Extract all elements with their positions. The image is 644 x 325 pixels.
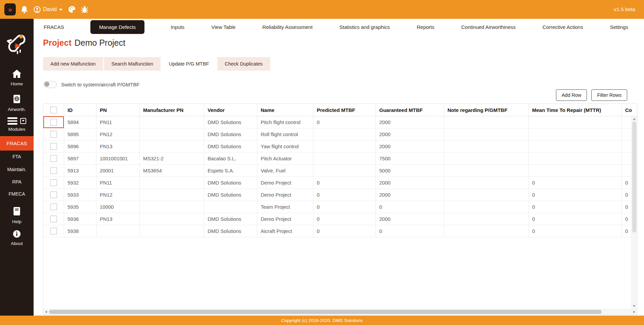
cell-guaranteed-mtbf[interactable]: 0 xyxy=(376,201,444,213)
sidebar-item-fracas-active[interactable]: FRACAS xyxy=(0,136,34,151)
cell-predicted-mtbf[interactable]: 0 xyxy=(313,201,376,213)
vertical-scrollbar-thumb[interactable] xyxy=(632,122,636,233)
cell-mttr[interactable]: 0 xyxy=(529,201,622,213)
cell-note-pgmtbf[interactable] xyxy=(444,116,529,128)
cell-id[interactable]: 5933 xyxy=(64,189,96,201)
cell-manufacturer-pn[interactable]: MS321-2 xyxy=(140,153,204,164)
cell-mttr[interactable]: 0 xyxy=(529,225,622,237)
nav-tab-reliability-assessment[interactable]: Reliability Assessment xyxy=(262,23,313,31)
subtab-update-pg-mtbf[interactable]: Update P/G MTBF xyxy=(162,57,216,71)
cell-note-pgmtbf[interactable] xyxy=(444,165,529,176)
cell-note-pgmtbf[interactable] xyxy=(444,213,529,225)
sidebar-item-rpa[interactable]: RPA xyxy=(0,179,34,185)
cell-manufacturer-pn[interactable] xyxy=(140,213,204,225)
row-select-cell[interactable] xyxy=(43,140,64,152)
row-checkbox[interactable] xyxy=(50,155,57,162)
cell-mttr[interactable]: 0 xyxy=(529,177,622,189)
add-row-button[interactable]: Add Row xyxy=(556,89,587,101)
cell-id[interactable]: 5935 xyxy=(64,201,96,213)
scroll-left-arrow[interactable] xyxy=(45,311,47,313)
cell-vendor[interactable]: DMD Solutions xyxy=(204,177,257,189)
cell-vendor[interactable]: Bacalao S.L. xyxy=(204,153,257,164)
nav-tab-inputs[interactable]: Inputs xyxy=(170,23,185,31)
cell-guaranteed-mtbf[interactable]: 2000 xyxy=(376,128,444,140)
cell-guaranteed-mtbf[interactable]: 2000 xyxy=(376,213,444,225)
cell-mttr[interactable] xyxy=(529,128,622,140)
horizontal-scrollbar-thumb[interactable] xyxy=(49,310,602,314)
cell-pn[interactable]: 1001001001 xyxy=(96,153,140,164)
nav-tab-settings[interactable]: Settings xyxy=(609,23,629,31)
cell-pn[interactable]: PN13 xyxy=(96,140,140,152)
select-all-checkbox[interactable] xyxy=(50,107,57,114)
row-select-cell[interactable] xyxy=(43,177,64,189)
cell-note-pgmtbf[interactable] xyxy=(444,189,529,201)
cell-predicted-mtbf[interactable]: 0 xyxy=(313,177,376,189)
cell-vendor[interactable]: DMD Solutions xyxy=(204,140,257,152)
cell-pn[interactable]: PN11 xyxy=(96,116,140,128)
sidebar-item-home[interactable]: Home xyxy=(0,69,34,87)
cell-note-pgmtbf[interactable] xyxy=(444,128,529,140)
cell-predicted-mtbf[interactable] xyxy=(313,140,376,152)
row-checkbox[interactable] xyxy=(50,119,57,126)
cell-manufacturer-pn[interactable]: MS3654 xyxy=(140,165,204,176)
cell-guaranteed-mtbf[interactable]: 2000 xyxy=(376,140,444,152)
nav-tab-corrective-actions[interactable]: Corrective Actions xyxy=(542,23,584,31)
cell-manufacturer-pn[interactable] xyxy=(140,225,204,237)
cell-id[interactable]: 5938 xyxy=(64,225,96,237)
bug-report-icon[interactable] xyxy=(80,5,89,14)
cell-mttr[interactable] xyxy=(529,165,622,176)
cell-pn[interactable]: PN13 xyxy=(96,213,140,225)
app-logo-bird[interactable] xyxy=(5,32,27,56)
row-select-cell[interactable] xyxy=(43,189,64,201)
cell-name[interactable]: Pitch flight control xyxy=(257,116,313,128)
cell-predicted-mtbf[interactable] xyxy=(313,165,376,176)
cell-name[interactable]: Valve, Fuel xyxy=(257,165,313,176)
cell-mttr[interactable] xyxy=(529,116,622,128)
cell-name[interactable]: Demo Project xyxy=(257,213,313,225)
row-select-cell[interactable] xyxy=(43,128,64,140)
cell-predicted-mtbf[interactable] xyxy=(313,153,376,164)
cell-mttr[interactable]: 0 xyxy=(529,189,622,201)
cell-manufacturer-pn[interactable] xyxy=(140,189,204,201)
cell-guaranteed-mtbf[interactable]: 2000 xyxy=(376,116,444,128)
subtab-add-new-malfunction[interactable]: Add new Malfunction xyxy=(43,57,103,71)
cell-predicted-mtbf[interactable] xyxy=(313,128,376,140)
cell-id[interactable]: 5894 xyxy=(64,116,96,128)
cell-manufacturer-pn[interactable] xyxy=(140,177,204,189)
cell-vendor[interactable]: DMD Solutions xyxy=(204,213,257,225)
cell-predicted-mtbf[interactable]: 0 xyxy=(313,225,376,237)
cell-predicted-mtbf[interactable]: 0 xyxy=(313,189,376,201)
cell-guaranteed-mtbf[interactable]: 7500 xyxy=(376,153,444,164)
cell-vendor[interactable]: DMD Solutions xyxy=(204,225,257,237)
cell-vendor[interactable]: Espeto S.A. xyxy=(204,165,257,176)
cell-id[interactable]: 5936 xyxy=(64,213,96,225)
cell-guaranteed-mtbf[interactable]: 2000 xyxy=(376,189,444,201)
cell-note-pgmtbf[interactable] xyxy=(444,177,529,189)
nav-tab-view-table[interactable]: View Table xyxy=(211,23,236,31)
subtab-check-duplicates[interactable]: Check Duplicates xyxy=(217,57,270,71)
row-checkbox[interactable] xyxy=(50,179,57,186)
cell-note-pgmtbf[interactable] xyxy=(444,225,529,237)
row-checkbox[interactable] xyxy=(50,203,57,210)
row-checkbox[interactable] xyxy=(50,215,57,222)
row-checkbox[interactable] xyxy=(50,143,57,150)
cell-name[interactable]: Roll flight control xyxy=(257,128,313,140)
cell-id[interactable]: 5896 xyxy=(64,140,96,152)
cell-name[interactable]: Team Project xyxy=(257,201,313,213)
cell-pn[interactable]: PN11 xyxy=(96,177,140,189)
row-checkbox[interactable] xyxy=(50,191,57,198)
nav-tab-fracas[interactable]: FRACAS xyxy=(43,23,65,31)
scroll-right-arrow[interactable] xyxy=(633,311,635,313)
user-menu[interactable]: David xyxy=(34,6,62,13)
sidebar-item-fmeca[interactable]: FMECA xyxy=(0,191,34,197)
cell-pn[interactable]: 20001 xyxy=(96,165,140,176)
notifications-bell-icon[interactable] xyxy=(20,5,29,14)
cell-predicted-mtbf[interactable]: 0 xyxy=(313,213,376,225)
cell-name[interactable]: Pitch Actuator xyxy=(257,153,313,164)
subtab-search-malfunction[interactable]: Search Malfunction xyxy=(104,57,161,71)
cell-name[interactable]: Demo Project xyxy=(257,189,313,201)
cell-note-pgmtbf[interactable] xyxy=(444,153,529,164)
cell-vendor[interactable] xyxy=(204,201,257,213)
cell-guaranteed-mtbf[interactable]: 5000 xyxy=(376,165,444,176)
sidebar-item-about[interactable]: About xyxy=(0,230,34,246)
